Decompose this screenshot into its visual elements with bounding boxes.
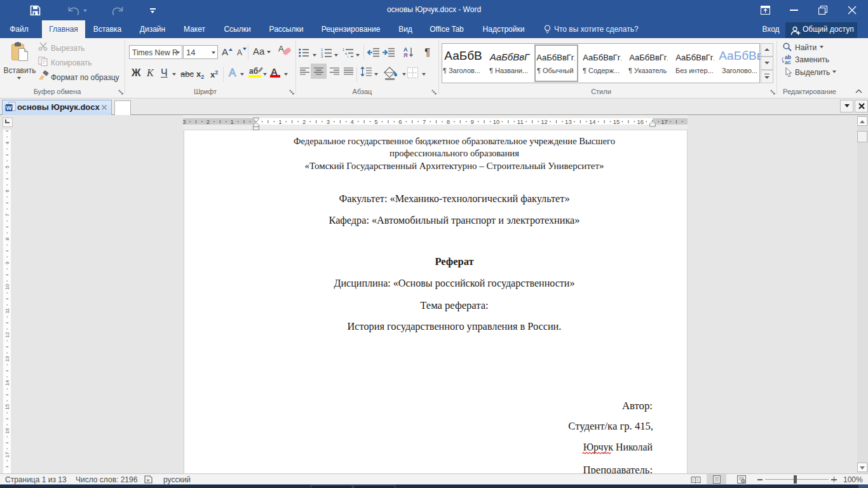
svg-text:6: 6 [398, 118, 402, 125]
svg-text:16: 16 [4, 428, 10, 433]
svg-text:А: А [278, 44, 284, 53]
svg-text:3: 3 [321, 55, 323, 58]
svg-text:12: 12 [541, 118, 548, 125]
svg-text:Я: Я [403, 52, 407, 58]
svg-text:W: W [6, 105, 12, 111]
svg-text:14: 14 [4, 380, 10, 386]
svg-text:16: 16 [637, 118, 644, 125]
svg-text:11: 11 [517, 118, 524, 125]
svg-text:17: 17 [661, 118, 668, 125]
svg-text:15: 15 [613, 118, 620, 125]
svg-text:10: 10 [493, 118, 500, 125]
svg-text:10: 10 [4, 284, 10, 290]
svg-text:1: 1 [342, 48, 344, 51]
svg-text:9: 9 [4, 261, 10, 264]
svg-text:1: 1 [231, 118, 234, 125]
svg-text:3: 3 [183, 118, 186, 125]
svg-text:7: 7 [4, 213, 10, 216]
svg-text:a: a [345, 51, 347, 55]
svg-text:i: i [348, 55, 348, 58]
svg-text:1: 1 [278, 118, 281, 125]
svg-text:2: 2 [302, 118, 306, 125]
svg-text:8: 8 [4, 237, 10, 240]
svg-text:ac: ac [785, 59, 791, 64]
svg-text:13: 13 [565, 118, 572, 125]
svg-text:4: 4 [4, 141, 10, 144]
svg-text:12: 12 [4, 332, 10, 337]
svg-text:6: 6 [4, 189, 10, 193]
svg-text:13: 13 [4, 356, 10, 362]
svg-text:15: 15 [4, 403, 10, 409]
svg-text:3: 3 [327, 118, 330, 125]
svg-text:17: 17 [4, 452, 10, 458]
svg-text:9: 9 [471, 118, 474, 125]
svg-text:14: 14 [589, 118, 596, 125]
svg-text:4: 4 [351, 118, 354, 125]
svg-text:2: 2 [207, 118, 210, 125]
svg-text:11: 11 [4, 308, 10, 314]
svg-text:7: 7 [423, 118, 426, 125]
svg-text:5: 5 [374, 118, 377, 125]
svg-text:8: 8 [447, 118, 450, 125]
svg-text:А: А [229, 67, 236, 79]
svg-text:5: 5 [4, 165, 10, 168]
